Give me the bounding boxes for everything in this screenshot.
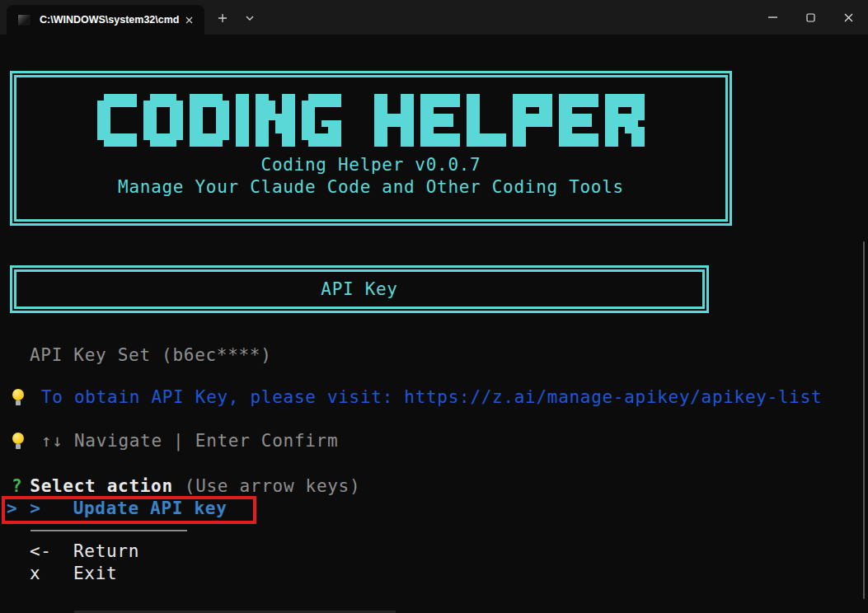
maximize-icon	[806, 13, 815, 22]
close-button[interactable]	[829, 0, 867, 35]
terminal-tab[interactable]: C:\WINDOWS\system32\cmd.	[7, 5, 204, 35]
banner-box: Coding Helper v0.0.7 Manage Your Claude …	[10, 71, 732, 226]
menu-option-return[interactable]: <- Return	[30, 540, 139, 563]
tip-navigation: ↑↓ Navigate | Enter Confirm	[12, 430, 338, 452]
api-key-section-title: API Key	[321, 278, 397, 301]
prompt-label: Select action	[30, 475, 172, 498]
chevron-down-icon	[246, 16, 254, 21]
tip-obtain-key-text: To obtain API Key, please visit:	[41, 386, 404, 409]
titlebar: C:\WINDOWS\system32\cmd.	[0, 0, 868, 35]
banner-title: Coding Helper v0.0.7	[261, 154, 481, 176]
terminal-content: Coding Helper v0.0.7 Manage Your Claude …	[0, 35, 868, 613]
menu-option-key: <-	[30, 540, 73, 563]
cmd-icon	[17, 14, 31, 26]
menu-option-key: x	[30, 563, 73, 585]
selection-pointer: >	[7, 498, 17, 520]
menu-option-label: Update API key	[73, 498, 228, 520]
select-action-prompt: ? Select action (Use arrow keys)	[12, 475, 360, 498]
scrollbar-thumb[interactable]	[863, 241, 865, 599]
prompt-question-mark: ?	[12, 475, 22, 498]
banner-art	[97, 94, 645, 147]
selection-cursor: >	[30, 498, 40, 520]
lightbulb-icon	[12, 388, 25, 408]
plus-icon	[218, 13, 228, 23]
menu-option-exit[interactable]: x Exit	[30, 563, 117, 585]
menu-option-label: Return	[73, 540, 139, 563]
close-icon	[844, 13, 853, 22]
menu-option-label: Exit	[73, 563, 117, 585]
new-tab-button[interactable]	[209, 7, 236, 30]
lightbulb-icon	[12, 432, 25, 452]
tip-obtain-key: To obtain API Key, please visit: https:/…	[12, 386, 822, 409]
apikey-url-link[interactable]: https://z.ai/manage-apikey/apikey-list	[404, 386, 822, 409]
terminal-window: C:\WINDOWS\system32\cmd.	[0, 0, 868, 613]
maximize-button[interactable]	[791, 0, 829, 35]
banner-subtitle: Manage Your Claude Code and Other Coding…	[118, 176, 624, 199]
api-key-status: API Key Set (b6ec****)	[30, 344, 272, 367]
tip-navigation-text: ↑↓ Navigate | Enter Confirm	[41, 430, 338, 452]
selected-option-underline	[30, 530, 187, 531]
minimize-button[interactable]	[753, 0, 791, 35]
tab-dropdown-button[interactable]	[237, 7, 262, 30]
api-key-section-box: API Key	[10, 265, 709, 313]
tab-title: C:\WINDOWS\system32\cmd.	[40, 14, 180, 26]
menu-option-update-api-key[interactable]: > > Update API key	[7, 498, 228, 520]
tab-close-button[interactable]	[180, 11, 198, 29]
prompt-hint: (Use arrow keys)	[185, 475, 361, 498]
close-icon	[185, 16, 193, 24]
minimize-icon	[768, 16, 777, 18]
